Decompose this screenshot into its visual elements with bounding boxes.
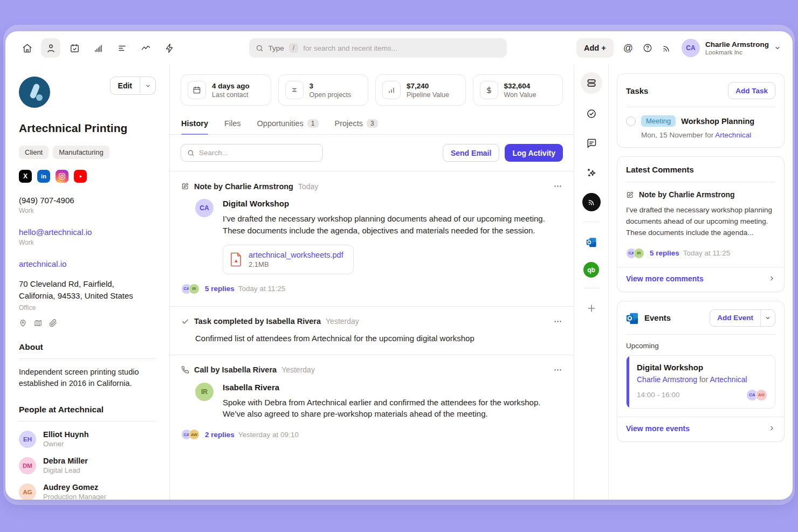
- insights-icon[interactable]: [136, 38, 155, 58]
- person-row-elliot[interactable]: EH Elliot Huynh Owner: [19, 430, 156, 448]
- item-menu-button[interactable]: [553, 182, 562, 191]
- broadcast-icon[interactable]: [662, 43, 672, 53]
- company-tags: Client Manufacturing: [19, 146, 156, 159]
- event-card[interactable]: Digital Workshop Charlie Armstrong for A…: [626, 355, 775, 409]
- person-row-debra[interactable]: DM Debra Miller Digital Lead: [19, 457, 156, 474]
- view-more-comments[interactable]: View more comments: [617, 267, 784, 284]
- avatar: AW: [189, 429, 200, 440]
- person-role: Owner: [43, 440, 89, 448]
- add-event-button[interactable]: Add Event: [710, 310, 760, 326]
- cast-app-icon[interactable]: [582, 193, 601, 211]
- user-avatar: CA: [682, 39, 700, 57]
- feed-item-call: Call by Isabella Rivera Yesterday IR Isa…: [170, 355, 574, 452]
- history-search-input[interactable]: [199, 149, 317, 157]
- add-task-button[interactable]: Add Task: [728, 82, 775, 99]
- note-body: I’ve drafted the necessary workshop plan…: [223, 213, 546, 237]
- event-time: 14:00 - 16:00: [637, 391, 680, 399]
- stat-last-contact[interactable]: 4 days ago Last contact: [181, 74, 271, 106]
- item-menu-button[interactable]: [553, 317, 562, 326]
- panels-icon[interactable]: [581, 72, 602, 94]
- tab-count-badge: 3: [367, 119, 378, 128]
- social-links: X in: [19, 170, 156, 183]
- view-more-events[interactable]: View more events: [617, 417, 784, 433]
- event-organizer-link[interactable]: Charlie Armstrong: [637, 375, 697, 384]
- replies-link[interactable]: 5 replies: [650, 249, 679, 257]
- comments-title: Latest Comments: [626, 165, 694, 174]
- home-icon[interactable]: [17, 38, 37, 58]
- mentions-icon[interactable]: @: [623, 43, 633, 54]
- search-type-word: Type: [269, 44, 284, 52]
- task-company-link[interactable]: Artechnical: [715, 131, 751, 139]
- task-date: Mon, 15 November: [641, 131, 703, 139]
- linkedin-icon[interactable]: in: [37, 170, 50, 183]
- task-body: Confirmed list of attendees from Artechn…: [195, 334, 562, 343]
- global-search-input[interactable]: Type / for search and recent items...: [249, 38, 507, 58]
- company-phone[interactable]: (949) 707-4906: [19, 196, 156, 205]
- stat-open-projects[interactable]: 3 Open projects: [278, 74, 369, 106]
- attachment-size: 2.1MB: [249, 260, 343, 268]
- quickbooks-app-icon[interactable]: qb: [583, 262, 599, 278]
- log-activity-button[interactable]: Log Activity: [505, 144, 563, 162]
- people-heading: People at Artechnical: [19, 405, 156, 422]
- event-title: Digital Workshop: [637, 363, 767, 372]
- add-widget-icon[interactable]: [582, 299, 601, 318]
- feed-item-time: Yesterday: [326, 317, 359, 326]
- events-card: Events Add Event Upcoming Digital Worksh…: [617, 301, 785, 442]
- tab-opportunities[interactable]: Opportunities1: [257, 113, 319, 134]
- tab-history[interactable]: History: [181, 113, 208, 134]
- user-menu[interactable]: CA Charlie Armstrong Lookmark Inc: [682, 39, 781, 57]
- tag-manufacturing[interactable]: Manufacturing: [53, 146, 109, 159]
- edit-dropdown-button[interactable]: [140, 77, 155, 94]
- about-heading: About: [19, 342, 156, 359]
- feed-item-note: Note by Charlie Armstrong Today CA Digit…: [170, 171, 574, 307]
- chevron-down-icon: [145, 83, 151, 89]
- ai-sparkles-icon[interactable]: [582, 163, 601, 183]
- task-checkbox[interactable]: [626, 116, 636, 126]
- note-title: Digital Workshop: [223, 199, 546, 208]
- company-address: 70 Cleveland Rd, Fairfield, California, …: [19, 278, 146, 302]
- attachment-filename[interactable]: artechnical_worksheets.pdf: [249, 251, 343, 259]
- x-twitter-icon[interactable]: X: [19, 170, 32, 183]
- youtube-icon[interactable]: [74, 170, 87, 183]
- edit-button[interactable]: Edit: [111, 77, 140, 94]
- event-company-link[interactable]: Artechnical: [710, 375, 747, 384]
- avatar: EH: [19, 431, 36, 448]
- dollar-icon: [480, 81, 498, 99]
- map-icon[interactable]: [34, 319, 42, 327]
- tab-files[interactable]: Files: [224, 113, 241, 134]
- calendar-icon[interactable]: [65, 38, 84, 58]
- replies-link[interactable]: 5 replies: [205, 285, 235, 293]
- meeting-badge: Meeting: [641, 115, 676, 127]
- item-menu-button[interactable]: [553, 365, 562, 375]
- outlook-app-icon[interactable]: [582, 232, 601, 252]
- lists-icon[interactable]: [112, 38, 132, 58]
- attachment-card[interactable]: artechnical_worksheets.pdf 2.1MB: [223, 245, 354, 274]
- reports-icon[interactable]: [88, 38, 108, 58]
- stat-won-value[interactable]: $32,604 Won Value: [473, 74, 563, 106]
- people-icon[interactable]: [41, 38, 60, 58]
- company-website-link[interactable]: artechnical.io: [19, 259, 66, 268]
- add-event-dropdown[interactable]: [761, 310, 775, 326]
- send-email-button[interactable]: Send Email: [443, 144, 499, 162]
- tasks-icon[interactable]: [582, 104, 601, 123]
- app-window: Type / for search and recent items... Ad…: [5, 31, 793, 500]
- chevron-down-icon: [774, 45, 781, 51]
- automations-icon[interactable]: [160, 38, 179, 58]
- person-row-audrey[interactable]: AG Audrey Gomez Production Manager: [19, 483, 156, 500]
- detail-panel: Tasks Add Task Meeting Workshop Planning…: [609, 65, 793, 500]
- avatar: IR: [634, 248, 644, 259]
- comments-icon[interactable]: [582, 134, 601, 153]
- add-button[interactable]: Add +: [576, 38, 614, 58]
- task-title[interactable]: Workshop Planning: [681, 117, 754, 126]
- map-pin-icon[interactable]: [19, 319, 27, 327]
- help-icon[interactable]: [643, 43, 652, 53]
- tab-projects[interactable]: Projects3: [335, 113, 378, 134]
- instagram-icon[interactable]: [56, 170, 68, 183]
- company-name: Artechnical Printing: [19, 122, 156, 135]
- paperclip-icon[interactable]: [49, 319, 57, 327]
- tag-client[interactable]: Client: [19, 146, 49, 159]
- avatar: DM: [19, 457, 36, 474]
- company-email-link[interactable]: hello@artechnical.io: [19, 227, 92, 237]
- replies-link[interactable]: 2 replies: [205, 431, 235, 439]
- stat-pipeline-value[interactable]: $7,240 Pipeline Value: [375, 74, 466, 106]
